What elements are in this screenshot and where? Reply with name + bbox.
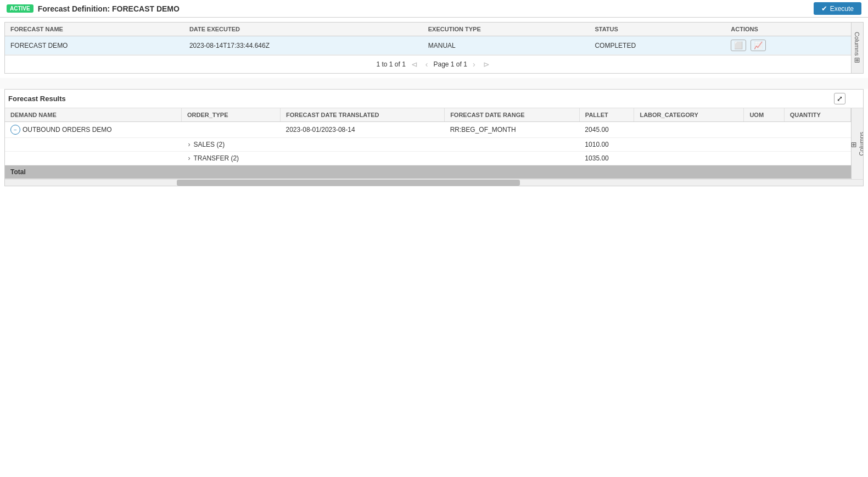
cell-forecast-name: FORECAST DEMO [5,36,184,55]
first-page-button[interactable]: ⊲ [409,59,420,70]
results-cell-demand-name-child1 [5,138,181,152]
forecast-table: FORECAST NAME DATE EXECUTED EXECUTION TY… [5,23,851,55]
horizontal-scrollbar[interactable] [5,179,863,186]
expand-sales-button[interactable]: › [187,141,191,148]
cell-execution-type: MANUAL [423,36,590,55]
results-cell-fdr-child1 [445,138,580,152]
forecast-results-section: Forecast Results ⤢ DEMAND NAME ORDER_TYP… [4,89,864,186]
total-cell-2 [181,165,280,179]
results-col-demand-name: DEMAND NAME [5,108,181,122]
copy-action-button[interactable]: ⬜ [731,40,746,51]
results-section-title: Forecast Results [8,95,66,103]
transfer-label: TRANSFER (2) [193,154,239,162]
check-icon: ✔ [821,4,827,13]
results-col-forecast-date-range: FORECAST DATE RANGE [445,108,580,122]
results-cell-forecast-date-translated: 2023-08-01/2023-08-14 [281,122,445,138]
table-header-row: FORECAST NAME DATE EXECUTED EXECUTION TY… [5,23,851,36]
cell-status: COMPLETED [589,36,725,55]
results-header-row: DEMAND NAME ORDER_TYPE FORECAST DATE TRA… [5,108,851,122]
pagination-summary: 1 to 1 of 1 [376,60,405,68]
results-cell-demand-name-child2 [5,152,181,165]
results-cell-order-type-child1: › SALES (2) [181,138,280,152]
columns-tab-label: ⊞ Columns [853,32,861,63]
demand-name-label: OUTBOUND ORDERS DEMO [23,126,112,134]
results-cell-pallet: 2045.00 [579,122,634,138]
execute-button[interactable]: ✔ Execute [814,2,861,15]
expand-transfer-button[interactable]: › [187,154,191,162]
results-cell-fdt-child2 [281,152,445,165]
header-left: ACTIVE Forecast Definition: FORECAST DEM… [7,4,180,13]
results-cell-lc-child2 [634,152,744,165]
page-title: Forecast Definition: FORECAST DEMO [38,4,180,13]
page-label: Page 1 of 1 [433,60,467,68]
total-label: Total [5,165,181,179]
collapse-demand-button[interactable]: − [10,125,20,135]
results-section-header: Forecast Results ⤢ [5,90,863,108]
table-row: FORECAST DEMO 2023-08-14T17:33:44.646Z M… [5,36,851,55]
results-cell-demand-name: − OUTBOUND ORDERS DEMO [5,122,181,138]
results-col-labor-category: LABOR_CATEGORY [634,108,744,122]
col-date-executed: DATE EXECUTED [184,23,423,36]
chart-action-button[interactable]: 📈 [751,40,766,51]
results-table: DEMAND NAME ORDER_TYPE FORECAST DATE TRA… [5,108,851,179]
col-status: STATUS [589,23,725,36]
demand-name-cell: − OUTBOUND ORDERS DEMO [10,125,176,135]
results-col-quantity: QUANTITY [784,108,850,122]
col-forecast-name: FORECAST NAME [5,23,184,36]
col-actions: ACTIONS [725,23,851,36]
total-row: Total [5,165,851,179]
results-cell-qty-child2 [784,152,850,165]
results-col-forecast-date-translated: FORECAST DATE TRANSLATED [281,108,445,122]
total-cell-4 [445,165,580,179]
results-col-pallet: PALLET [579,108,634,122]
results-col-uom: UOM [744,108,784,122]
total-cell-6 [634,165,744,179]
results-col-order-type: ORDER_TYPE [181,108,280,122]
scrollbar-thumb [177,180,520,186]
next-page-button[interactable]: › [471,59,478,70]
results-cell-uom-child1 [744,138,784,152]
results-table-scroll-inner: DEMAND NAME ORDER_TYPE FORECAST DATE TRA… [5,108,851,179]
results-cell-forecast-date-range: RR:BEG_OF_MONTH [445,122,580,138]
last-page-button[interactable]: ⊳ [481,59,492,70]
top-table-inner: FORECAST NAME DATE EXECUTED EXECUTION TY… [5,23,851,55]
total-cell-7 [744,165,784,179]
results-cell-order-type-child2: › TRANSFER (2) [181,152,280,165]
results-cell-labor-category [634,122,744,138]
columns-side-tab[interactable]: ⊞ Columns [851,23,863,73]
results-cell-uom [744,122,784,138]
pagination-bar: 1 to 1 of 1 ⊲ ‹ Page 1 of 1 › ⊳ [5,55,863,73]
results-cell-fdt-child1 [281,138,445,152]
top-table-section: FORECAST NAME DATE EXECUTED EXECUTION TY… [4,22,864,74]
results-columns-side-tab[interactable]: ⊞ Columns [851,108,863,179]
results-cell-uom-child2 [744,152,784,165]
total-cell-8 [784,165,850,179]
results-cell-order-type [181,122,280,138]
table-row: › TRANSFER (2) 1035.00 [5,152,851,165]
col-execution-type: EXECUTION TYPE [423,23,590,36]
prev-page-button[interactable]: ‹ [423,59,430,70]
cell-date-executed: 2023-08-14T17:33:44.646Z [184,36,423,55]
results-cell-lc-child1 [634,138,744,152]
results-columns-tab-label: ⊞ Columns [850,132,863,156]
total-cell-5 [579,165,634,179]
results-cell-quantity [784,122,850,138]
results-cell-pallet-child1: 1010.00 [579,138,634,152]
status-badge: ACTIVE [7,4,33,13]
table-row: › SALES (2) 1010.00 [5,138,851,152]
results-cell-pallet-child2: 1035.00 [579,152,634,165]
results-cell-fdr-child2 [445,152,580,165]
table-row: − OUTBOUND ORDERS DEMO 2023-08-01/2023-0… [5,122,851,138]
execute-label: Execute [830,5,854,13]
expand-results-button[interactable]: ⤢ [834,93,845,104]
total-cell-3 [281,165,445,179]
header-bar: ACTIVE Forecast Definition: FORECAST DEM… [0,0,868,18]
section-gap [0,78,868,89]
cell-actions: ⬜ 📈 [725,36,851,55]
results-table-wrapper: DEMAND NAME ORDER_TYPE FORECAST DATE TRA… [5,108,863,179]
sales-label: SALES (2) [193,141,225,148]
results-cell-qty-child1 [784,138,850,152]
